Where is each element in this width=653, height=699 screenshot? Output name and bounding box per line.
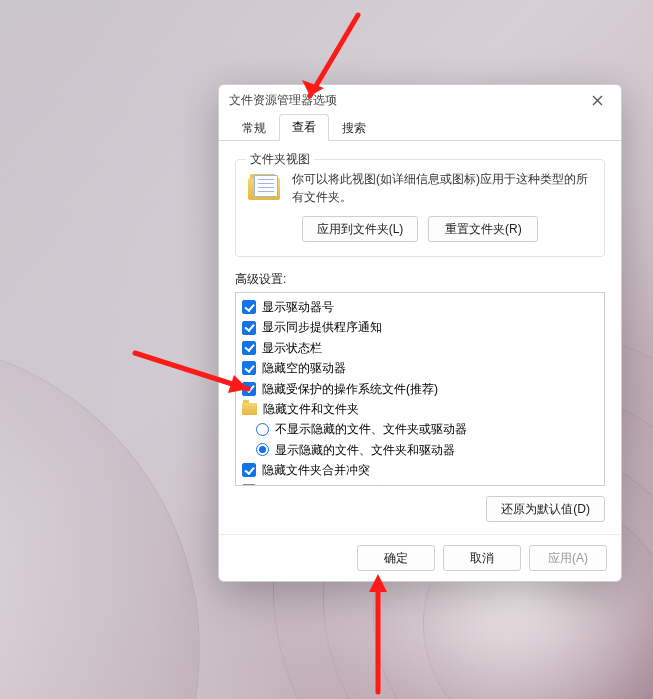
checkbox-icon[interactable] xyxy=(242,341,256,355)
tree-item-label: 显示同步提供程序通知 xyxy=(262,317,382,337)
tree-item-label: 显示隐藏的文件、文件夹和驱动器 xyxy=(275,440,455,460)
folder-icon xyxy=(248,174,282,204)
advanced-settings-tree[interactable]: 显示驱动器号显示同步提供程序通知显示状态栏隐藏空的驱动器隐藏受保护的操作系统文件… xyxy=(235,292,605,486)
tree-item[interactable]: 不显示隐藏的文件、文件夹或驱动器 xyxy=(242,419,598,439)
tab-view[interactable]: 查看 xyxy=(279,114,329,141)
tree-item[interactable]: 隐藏空的驱动器 xyxy=(242,358,598,378)
dialog-title: 文件资源管理器选项 xyxy=(229,92,337,109)
tab-general[interactable]: 常规 xyxy=(229,115,279,141)
dialog-footer: 确定 取消 应用(A) xyxy=(219,534,621,581)
apply-to-folders-button[interactable]: 应用到文件夹(L) xyxy=(302,216,419,242)
folder-options-dialog: 文件资源管理器选项 常规 查看 搜索 文件夹视图 你可以将此视图(如详细信息或图… xyxy=(218,84,622,582)
tabs: 常规 查看 搜索 xyxy=(219,115,621,141)
restore-defaults-button[interactable]: 还原为默认值(D) xyxy=(486,496,605,522)
tree-item[interactable]: 隐藏文件夹合并冲突 xyxy=(242,460,598,480)
tree-item[interactable]: 隐藏受保护的操作系统文件(推荐) xyxy=(242,379,598,399)
tree-item-label: 隐藏已知文件类型的扩展名 xyxy=(262,481,406,486)
tree-item[interactable]: 隐藏文件和文件夹 xyxy=(242,399,598,419)
tree-item[interactable]: 显示驱动器号 xyxy=(242,297,598,317)
cancel-button[interactable]: 取消 xyxy=(443,545,521,571)
folder-views-group-label: 文件夹视图 xyxy=(246,151,314,168)
tab-search[interactable]: 搜索 xyxy=(329,115,379,141)
folder-views-description: 你可以将此视图(如详细信息或图标)应用于这种类型的所有文件夹。 xyxy=(292,170,592,206)
tree-item[interactable]: 显示同步提供程序通知 xyxy=(242,317,598,337)
tree-item-label: 显示状态栏 xyxy=(262,338,322,358)
tree-item[interactable]: 隐藏已知文件类型的扩展名 xyxy=(242,481,598,486)
radio-icon[interactable] xyxy=(256,443,269,456)
reset-folders-button[interactable]: 重置文件夹(R) xyxy=(428,216,538,242)
tree-item-label: 隐藏文件和文件夹 xyxy=(263,399,359,419)
tree-item-label: 隐藏文件夹合并冲突 xyxy=(262,460,370,480)
checkbox-icon[interactable] xyxy=(242,300,256,314)
tree-item[interactable]: 显示隐藏的文件、文件夹和驱动器 xyxy=(242,440,598,460)
titlebar: 文件资源管理器选项 xyxy=(219,85,621,115)
tree-item-label: 隐藏受保护的操作系统文件(推荐) xyxy=(262,379,438,399)
ok-button[interactable]: 确定 xyxy=(357,545,435,571)
folder-icon xyxy=(242,403,257,415)
checkbox-icon[interactable] xyxy=(242,463,256,477)
tree-item-label: 不显示隐藏的文件、文件夹或驱动器 xyxy=(275,419,467,439)
checkbox-icon[interactable] xyxy=(242,361,256,375)
radio-icon[interactable] xyxy=(256,423,269,436)
tree-item-label: 隐藏空的驱动器 xyxy=(262,358,346,378)
tree-item[interactable]: 显示状态栏 xyxy=(242,338,598,358)
close-icon[interactable] xyxy=(583,86,611,114)
checkbox-icon[interactable] xyxy=(242,484,256,486)
checkbox-icon[interactable] xyxy=(242,321,256,335)
apply-button[interactable]: 应用(A) xyxy=(529,545,607,571)
advanced-settings-label: 高级设置: xyxy=(235,271,605,288)
folder-views-group: 文件夹视图 你可以将此视图(如详细信息或图标)应用于这种类型的所有文件夹。 应用… xyxy=(235,159,605,257)
checkbox-icon[interactable] xyxy=(242,382,256,396)
tree-item-label: 显示驱动器号 xyxy=(262,297,334,317)
